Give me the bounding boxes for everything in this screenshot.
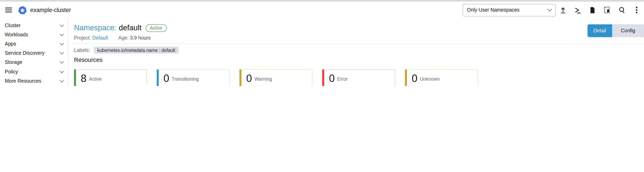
window-top-strip	[0, 0, 644, 2]
kebab-menu-icon	[636, 6, 638, 14]
main-content: Namespace: default Active Detail Config …	[69, 18, 644, 86]
copy-icon	[604, 6, 611, 14]
labels-row: Labels: kubernetes.io/metadata.name : de…	[74, 47, 178, 53]
status-card-transitioning: 0 Transitioning	[157, 69, 230, 86]
chevron-down-icon	[60, 23, 64, 27]
copy-kubeconfig-button[interactable]	[600, 4, 614, 16]
project-link[interactable]: Default	[92, 35, 108, 41]
age-value: 3.9 hours	[130, 35, 150, 41]
search-icon	[618, 7, 625, 13]
status-card-active: 8 Active	[74, 69, 147, 86]
file-icon	[590, 7, 596, 13]
sidebar-item-more-resources[interactable]: More Resources	[0, 76, 68, 85]
status-color-bar	[405, 69, 407, 86]
namespace-filter-select[interactable]: Only User Namespaces	[462, 4, 556, 16]
status-label: Active	[89, 76, 102, 81]
age-label: Age:	[118, 35, 128, 41]
kubectl-shell-icon	[574, 7, 581, 13]
import-yaml-button[interactable]	[556, 4, 570, 16]
project-label: Project:	[74, 35, 91, 41]
status-badge: Active	[146, 24, 167, 32]
search-button[interactable]	[614, 4, 629, 16]
status-color-bar	[322, 69, 324, 86]
more-actions-button[interactable]	[629, 4, 644, 16]
sidebar-item-apps[interactable]: Apps	[0, 39, 68, 48]
status-color-bar	[240, 69, 242, 86]
status-label: Warning	[254, 76, 272, 81]
sidebar-item-policy[interactable]: Policy	[0, 67, 68, 76]
download-kubeconfig-button[interactable]	[585, 4, 600, 16]
status-label: Transitioning	[172, 76, 199, 81]
sidebar-item-service-discovery[interactable]: Service Discovery	[0, 48, 68, 58]
status-count: 8	[81, 73, 86, 83]
resource-status-cards: 8 Active 0 Transitioning 0 Warning 0 Err…	[74, 69, 478, 86]
app-header: example-cluster Only User Namespaces	[0, 2, 644, 19]
resource-meta-row: Project: Default Age: 3.9 hours	[74, 35, 151, 41]
cluster-sidebar: Cluster Workloads Apps Service Discovery…	[0, 18, 68, 86]
status-color-bar	[74, 69, 76, 86]
resource-name-label: default	[119, 24, 142, 32]
kubectl-shell-button[interactable]	[570, 4, 585, 16]
sidebar-item-label: Workloads	[5, 32, 28, 38]
labels-label: Labels:	[74, 47, 90, 53]
status-count: 0	[164, 73, 169, 83]
chevron-down-icon	[60, 41, 64, 45]
chevron-down-icon	[60, 50, 64, 54]
chevron-down-icon	[60, 78, 64, 82]
detail-button[interactable]: Detail	[588, 24, 612, 37]
sidebar-item-label: Storage	[5, 60, 22, 65]
chevron-down-icon	[60, 69, 64, 73]
view-toggle: Detail Config	[588, 24, 644, 37]
kubernetes-logo-icon	[18, 6, 27, 14]
status-card-unknown: 0 Unknown	[405, 69, 478, 86]
sidebar-item-label: Apps	[5, 41, 16, 47]
config-button[interactable]: Config	[612, 24, 644, 37]
sidebar-item-label: Policy	[5, 69, 18, 74]
sidebar-item-cluster[interactable]: Cluster	[0, 21, 68, 30]
status-card-warning: 0 Warning	[240, 69, 312, 86]
resource-kind-label: Namespace:	[74, 24, 116, 32]
hamburger-menu-icon[interactable]	[5, 6, 12, 14]
sidebar-item-storage[interactable]: Storage	[0, 58, 68, 67]
page-title: Namespace: default Active	[74, 24, 167, 32]
status-label: Unknown	[420, 76, 440, 81]
namespace-filter-value: Only User Namespaces	[467, 7, 520, 13]
status-color-bar	[157, 69, 159, 86]
sidebar-item-label: More Resources	[5, 78, 41, 83]
upload-icon	[560, 7, 566, 13]
resources-heading: Resources	[74, 56, 102, 63]
cluster-name: example-cluster	[30, 7, 71, 13]
sidebar-item-label: Cluster	[5, 23, 20, 28]
rancher-app-window: example-cluster Only User Namespaces	[0, 0, 644, 86]
chevron-down-icon	[548, 7, 552, 12]
status-label: Error	[337, 76, 348, 81]
sidebar-item-label: Service Discovery	[5, 50, 44, 56]
label-tag: kubernetes.io/metadata.name : default	[94, 47, 178, 53]
status-count: 0	[329, 73, 335, 83]
status-count: 0	[412, 73, 418, 83]
chevron-down-icon	[60, 32, 64, 36]
status-card-error: 0 Error	[322, 69, 395, 86]
status-count: 0	[246, 73, 252, 83]
chevron-down-icon	[60, 60, 64, 64]
divider	[74, 43, 644, 44]
sidebar-item-workloads[interactable]: Workloads	[0, 30, 68, 39]
